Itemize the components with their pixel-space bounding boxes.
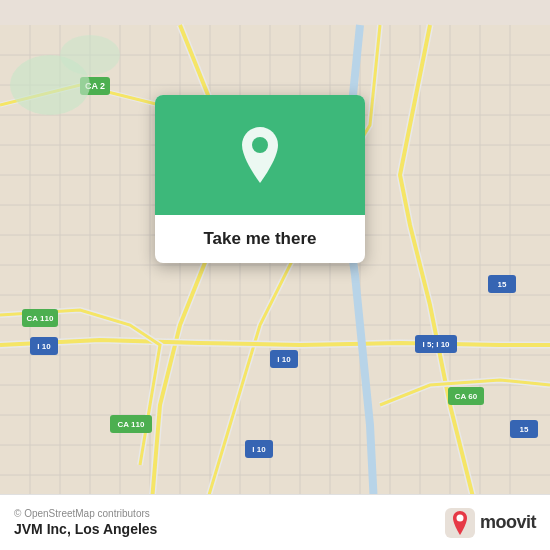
osm-credit: © OpenStreetMap contributors [14, 508, 157, 519]
map-container: CA 2 US 101 CA 110 I 10 I 10 15 I 5; I 1… [0, 0, 550, 550]
location-name: JVM Inc, Los Angeles [14, 521, 157, 537]
svg-text:I 10: I 10 [277, 355, 291, 364]
moovit-logo: moovit [445, 508, 536, 538]
take-me-there-button[interactable]: Take me there [155, 215, 365, 263]
bottom-left-info: © OpenStreetMap contributors JVM Inc, Lo… [14, 508, 157, 537]
svg-text:15: 15 [520, 425, 529, 434]
svg-text:I 10: I 10 [252, 445, 266, 454]
moovit-icon [445, 508, 475, 538]
bottom-bar: © OpenStreetMap contributors JVM Inc, Lo… [0, 494, 550, 550]
moovit-label: moovit [480, 512, 536, 533]
svg-text:CA 110: CA 110 [118, 420, 145, 429]
svg-text:CA 110: CA 110 [27, 314, 54, 323]
svg-point-57 [60, 35, 120, 75]
svg-point-58 [252, 137, 268, 153]
popup-card[interactable]: Take me there [155, 95, 365, 263]
map-background: CA 2 US 101 CA 110 I 10 I 10 15 I 5; I 1… [0, 0, 550, 550]
location-pin-icon [235, 125, 285, 185]
svg-point-60 [456, 514, 463, 521]
svg-text:I 5; I 10: I 5; I 10 [422, 340, 450, 349]
svg-text:CA 60: CA 60 [455, 392, 478, 401]
popup-header [155, 95, 365, 215]
svg-text:15: 15 [498, 280, 507, 289]
svg-text:I 10: I 10 [37, 342, 51, 351]
